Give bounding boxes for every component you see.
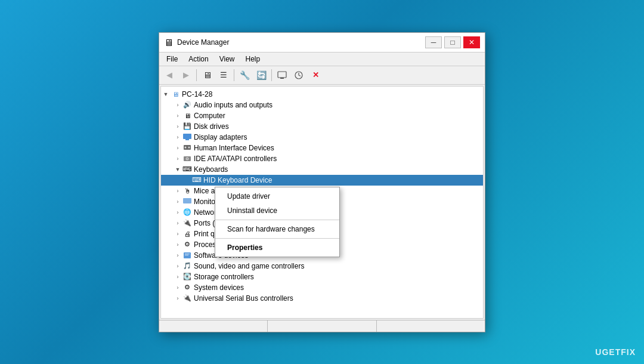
svg-rect-14 (185, 255, 188, 255)
chevron-right-icon: › (173, 220, 182, 226)
tree-label-usb: Universal Serial Bus controllers (194, 294, 293, 303)
list-item[interactable]: › IDE ATA/ATAPI controllers (161, 153, 483, 164)
statusbar-pane-2 (268, 320, 376, 332)
computer-icon: 🖥 (182, 111, 192, 121)
svg-rect-3 (183, 134, 191, 139)
tree-label-keyboards: Keyboards (194, 165, 228, 174)
keyboard-icon: ⌨ (182, 165, 192, 174)
svg-rect-11 (183, 198, 191, 203)
tree-label-storage: Storage controllers (194, 273, 254, 281)
menu-view[interactable]: View (215, 54, 240, 64)
processor-icon: ⚙ (182, 240, 192, 249)
toolbar-separator-1 (196, 69, 197, 81)
tree-label-display: Display adapters (194, 133, 247, 141)
disk-icon: 💾 (182, 122, 192, 131)
back-button[interactable]: ◀ (162, 68, 177, 82)
tree-label-disk: Disk drives (194, 122, 229, 131)
properties-button[interactable]: 🔧 (237, 68, 252, 82)
context-properties[interactable]: Properties (215, 240, 339, 255)
root-expander: ▼ (161, 91, 171, 97)
scan-button[interactable] (291, 68, 306, 82)
tree-label-system: System devices (194, 283, 244, 292)
display-icon (182, 132, 192, 142)
chevron-right-icon: › (173, 145, 182, 151)
remove-button[interactable]: ✕ (308, 68, 323, 82)
minimize-button[interactable]: ─ (425, 36, 442, 48)
list-item[interactable]: › ⚙ System devices (161, 282, 483, 293)
chevron-right-icon: › (173, 209, 182, 215)
tree-label-sound: Sound, video and game controllers (194, 262, 304, 270)
svg-rect-1 (280, 78, 284, 79)
content-area[interactable]: ▼ 🖥 PC-14-28 › 🔊 Audio inputs and output… (160, 86, 484, 319)
ide-icon (182, 154, 192, 164)
svg-rect-0 (278, 72, 286, 78)
menu-help[interactable]: Help (241, 54, 265, 64)
svg-rect-4 (185, 139, 189, 140)
software-icon (182, 251, 192, 260)
chevron-right-icon: › (173, 231, 182, 237)
tree-label-audio: Audio inputs and outputs (194, 101, 273, 109)
svg-point-6 (185, 146, 187, 148)
context-update-driver[interactable]: Update driver (215, 189, 339, 203)
list-item[interactable]: › 🔊 Audio inputs and outputs (161, 100, 483, 110)
context-menu: Update driver Uninstall device Scan for … (215, 187, 340, 257)
chevron-right-icon: › (173, 295, 182, 301)
chevron-right-icon: › (173, 199, 182, 205)
chevron-right-icon: › (173, 252, 182, 258)
tree-root[interactable]: ▼ 🖥 PC-14-28 (161, 89, 483, 100)
svg-point-7 (188, 146, 190, 148)
statusbar-pane-3 (377, 320, 485, 332)
chevron-right-icon: › (173, 274, 182, 280)
ports-icon: 🔌 (182, 218, 192, 228)
list-item[interactable]: › 🖥 Computer (161, 110, 483, 121)
toolbar-separator-2 (234, 69, 234, 81)
watermark: UGETFIX (595, 347, 636, 357)
mice-icon: 🖱 (182, 186, 192, 196)
chevron-right-icon: › (173, 242, 182, 248)
print-icon: 🖨 (182, 229, 192, 239)
list-view-button[interactable]: ☰ (216, 68, 231, 82)
update-driver-button[interactable]: 🔄 (253, 68, 269, 82)
context-uninstall-device[interactable]: Uninstall device (215, 203, 339, 218)
hid-icon (182, 143, 192, 153)
monitor-icon (182, 197, 192, 206)
statusbar-pane-1 (159, 320, 268, 332)
chevron-right-icon: › (173, 124, 182, 129)
menu-action[interactable]: Action (184, 54, 213, 64)
chevron-right-icon: › (173, 113, 182, 119)
sound-icon: 🎵 (182, 261, 192, 271)
chevron-right-icon: › (173, 285, 182, 291)
context-scan-hardware[interactable]: Scan for hardware changes (215, 222, 339, 236)
chevron-right-icon: › (173, 134, 182, 140)
forward-button[interactable]: ▶ (178, 68, 194, 82)
svg-point-10 (187, 158, 188, 159)
tree-label-hid-keyboard: HID Keyboard Device (203, 176, 272, 184)
root-label: PC-14-28 (182, 90, 212, 98)
chevron-down-icon: ▼ (173, 166, 182, 172)
context-separator-2 (215, 238, 339, 239)
window-icon: 🖥 (164, 38, 174, 47)
list-item[interactable]: › 🎵 Sound, video and game controllers (161, 261, 483, 272)
list-item[interactable]: › 🔌 Universal Serial Bus controllers (161, 293, 483, 304)
list-item[interactable]: › 💽 Storage controllers (161, 272, 483, 282)
hid-keyboard-icon: ⌨ (192, 175, 202, 185)
system-icon: ⚙ (182, 283, 192, 292)
chevron-right-icon: › (173, 263, 182, 269)
close-button[interactable]: ✕ (463, 36, 480, 48)
menu-bar: File Action View Help (159, 53, 485, 66)
storage-icon: 💽 (182, 272, 192, 282)
list-item[interactable]: › Display adapters (161, 132, 483, 143)
list-item[interactable]: ▼ ⌨ Keyboards (161, 164, 483, 175)
show-hidden-button[interactable] (274, 68, 290, 82)
list-item[interactable]: › Human Interface Devices (161, 143, 483, 153)
maximize-button[interactable]: □ (444, 36, 461, 48)
list-item[interactable]: ⌨ HID Keyboard Device (161, 175, 483, 186)
tree-label-ide: IDE ATA/ATAPI controllers (194, 155, 277, 163)
chevron-right-icon: › (173, 102, 182, 108)
menu-file[interactable]: File (162, 54, 182, 64)
root-icon: 🖥 (171, 90, 180, 99)
list-item[interactable]: › 💾 Disk drives (161, 121, 483, 132)
no-expander (182, 177, 192, 183)
toolbar-separator-3 (271, 69, 272, 81)
computer-view-button[interactable]: 🖥 (199, 68, 215, 82)
